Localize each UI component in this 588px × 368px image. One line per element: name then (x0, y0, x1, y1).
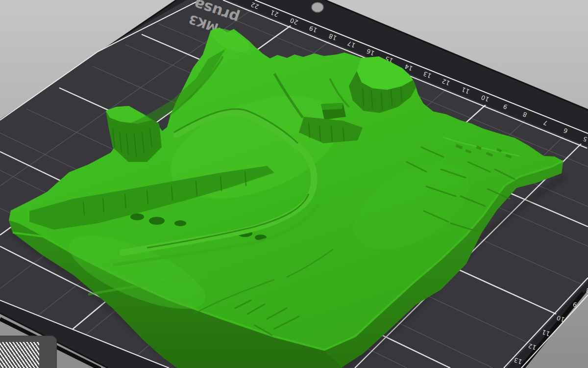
screw-hole-icon (312, 2, 323, 12)
slicer-3d-viewport[interactable]: 22 21 20 19 18 17 16 15 14 13 12 11 10 9… (0, 0, 588, 368)
layer-stack-icon (0, 342, 39, 368)
layer-height-button[interactable] (0, 336, 57, 368)
scene-svg[interactable]: 22 21 20 19 18 17 16 15 14 13 12 11 10 9… (0, 0, 588, 368)
